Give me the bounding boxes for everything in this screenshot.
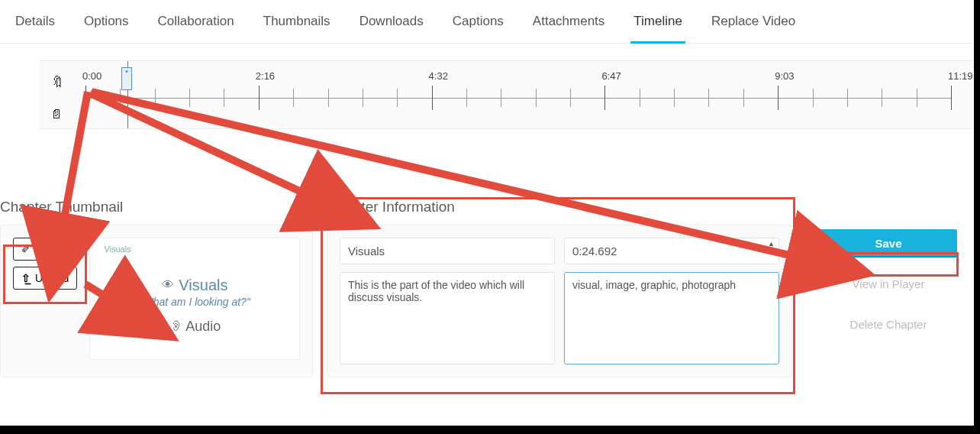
preview-sub: "What am I looking at?" (90, 296, 299, 308)
upload-button[interactable]: ⇧̲ Upload (13, 267, 77, 290)
tab-downloads[interactable]: Downloads (359, 14, 424, 43)
delete-chapter-button[interactable]: Delete Chapter (820, 310, 957, 338)
tabs-bar: Details Options Collaboration Thumbnails… (0, 0, 974, 44)
preview-audio: 👂︎ Audio (90, 319, 299, 335)
chapter-tags-input[interactable] (564, 272, 779, 364)
save-button[interactable]: Save (820, 229, 957, 257)
tab-thumbnails[interactable]: Thumbnails (263, 14, 330, 43)
chapter-thumbnail-panel: ✐ Auto ⇧̲ Upload Visuals 👁︎ Visuals "Wha… (0, 225, 313, 377)
upload-icon: ⇧̲ (21, 272, 31, 284)
chapter-marker[interactable] (121, 67, 132, 90)
preview-audio-label: Audio (185, 319, 221, 334)
tab-captions[interactable]: Captions (453, 14, 504, 43)
tab-collaboration[interactable]: Collaboration (158, 14, 234, 43)
tab-attachments[interactable]: Attachments (533, 14, 605, 43)
chevron-down-icon[interactable]: ▼ (768, 247, 775, 252)
tab-details[interactable]: Details (15, 14, 55, 43)
tab-replace-video[interactable]: Replace Video (711, 14, 795, 43)
timeline-label: 2:16 (256, 70, 275, 82)
timeline-label: 6:47 (601, 70, 621, 82)
upload-label: Upload (35, 272, 69, 284)
bookmark-icon[interactable]: 🔖︎ (50, 75, 64, 91)
preview-visuals: Visuals (179, 277, 227, 293)
chapter-time-input[interactable] (564, 238, 779, 264)
auto-button[interactable]: ✐ Auto (13, 238, 77, 261)
chapter-thumbnail-title: Chapter Thumbnail (0, 199, 313, 215)
auto-label: Auto (35, 243, 57, 255)
timeline-label: 9:03 (775, 70, 794, 82)
chapter-information-panel: ▲▼ (327, 225, 792, 377)
eye-icon: 👁︎ (162, 278, 174, 291)
thumbnail-preview: Visuals 👁︎ Visuals "What am I looking at… (89, 238, 300, 360)
wand-icon: ✐ (21, 243, 31, 255)
preview-mini: Visuals (104, 245, 131, 254)
tab-options[interactable]: Options (84, 14, 129, 43)
chapter-description-input[interactable] (340, 272, 555, 364)
timeline-label: 4:32 (429, 70, 448, 82)
file-icon[interactable]: 📄︎ (50, 108, 64, 121)
tab-timeline[interactable]: Timeline (633, 14, 682, 43)
ear-icon: 👂︎ (169, 319, 182, 334)
timeline[interactable]: 🔖︎ 📄︎ 0:002:164:326:479:0311:19 (40, 60, 974, 129)
chapter-name-input[interactable] (340, 238, 555, 264)
view-in-player-button[interactable]: View in Player (820, 270, 957, 298)
timeline-ruler[interactable]: 0:002:164:326:479:0311:19 (85, 98, 951, 99)
timeline-label: 0:00 (82, 70, 102, 82)
chapter-information-title: Chapter Information (327, 199, 792, 215)
time-stepper[interactable]: ▲▼ (768, 241, 775, 252)
timeline-label: 11:19 (948, 70, 973, 82)
